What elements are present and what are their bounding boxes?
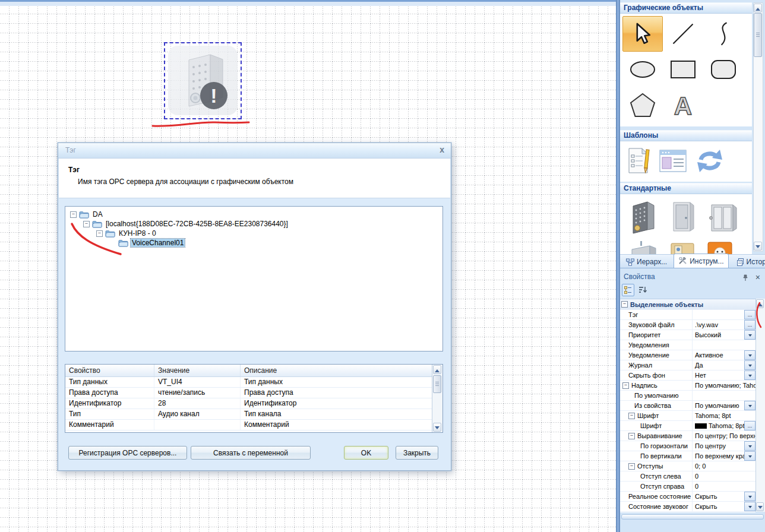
table-row[interactable]: КомментарийКомментарий (65, 420, 442, 430)
dropdown-button[interactable] (744, 502, 755, 511)
property-row[interactable]: Звуковой файл.\vy.wav... (620, 320, 755, 330)
property-value[interactable]: По верхнему кра (693, 451, 744, 461)
property-row[interactable]: −ВыравниваниеПо центру; По верхн (620, 431, 755, 441)
property-value[interactable]: Высокий (693, 330, 744, 340)
table-row[interactable]: Права доступачтение/записьПрава доступа (65, 388, 442, 398)
group-expander-icon[interactable]: − (622, 382, 629, 389)
tree-expander-icon[interactable]: − (70, 211, 77, 218)
tree-node[interactable]: −DA (65, 210, 442, 219)
property-label[interactable]: Отступ справа (620, 482, 693, 491)
tree-expander-icon[interactable]: − (83, 221, 90, 227)
property-row[interactable]: Отступ слева0 (620, 471, 755, 482)
table-scrollbar[interactable] (432, 365, 442, 432)
ellipsis-button[interactable]: ... (744, 310, 755, 319)
property-label[interactable]: Шрифт (620, 421, 693, 430)
property-label[interactable]: По вертикали (620, 451, 693, 461)
property-label[interactable]: −Выравнивание (620, 431, 693, 441)
table-header-cell[interactable]: Значение (154, 365, 241, 376)
scroll-up-button[interactable] (754, 4, 762, 12)
property-row[interactable]: По горизонталиПо центру (620, 441, 755, 451)
property-label[interactable]: −Отступы (620, 461, 693, 471)
dropdown-button[interactable] (744, 330, 755, 340)
group-expander-icon[interactable]: − (628, 463, 635, 470)
pentagon-tool[interactable] (622, 87, 663, 123)
collapsed-panel-strip[interactable] (621, 514, 764, 520)
property-row[interactable]: Реальное состояниеСкрыть (620, 492, 755, 502)
properties-close-icon[interactable]: × (755, 271, 760, 283)
dropdown-button[interactable] (744, 360, 755, 370)
property-value[interactable]: Активное (693, 350, 744, 360)
rectangle-tool[interactable] (663, 52, 703, 87)
property-category-row[interactable]: −Выделенные объекты (620, 299, 755, 310)
tab-tools[interactable]: Инструм... (674, 254, 728, 268)
toolbox-scrollbar[interactable] (753, 2, 763, 252)
dropdown-button[interactable] (744, 350, 755, 360)
table-row[interactable]: Идентификатор28Идентификатор (65, 398, 442, 409)
property-label[interactable]: Тэг (620, 310, 693, 319)
property-value[interactable]: 0 (693, 471, 755, 481)
group-expander-icon[interactable]: − (628, 413, 635, 419)
property-label[interactable]: Отступ слева (620, 471, 693, 481)
property-label[interactable]: Звуковой файл (620, 320, 693, 330)
section-header-graphics[interactable]: Графические объекты (620, 2, 752, 14)
property-row[interactable]: −НадписьПо умолчанию; Taho (620, 381, 755, 391)
category-expander-icon[interactable]: − (621, 301, 628, 308)
tree-expander-icon[interactable]: − (96, 230, 103, 237)
card-item-partial[interactable] (668, 241, 697, 254)
tree-node[interactable]: −КУН-IP8 - 0 (65, 229, 442, 238)
alphabetical-sort-button[interactable] (636, 284, 649, 296)
property-value[interactable]: По умолчанию; Taho (693, 381, 755, 390)
ellipse-tool[interactable] (622, 52, 663, 87)
property-label[interactable]: Уведомление (620, 350, 693, 360)
ellipsis-button[interactable]: ... (744, 320, 755, 330)
property-row[interactable]: По вертикалиПо верхнему кра (620, 451, 755, 461)
ok-button[interactable]: OK (344, 446, 388, 460)
property-grid-scrollbar[interactable] (755, 299, 765, 512)
property-label[interactable]: По умолчанию (620, 391, 693, 400)
form-template-item[interactable] (659, 150, 687, 174)
register-opc-servers-button[interactable]: Регистрация OPC серверов... (68, 446, 187, 460)
tree-node[interactable]: VoiceChannel01 (65, 238, 442, 248)
orange-device-item-partial[interactable] (706, 241, 735, 254)
property-row[interactable]: Из свойстваПо умолчанию (620, 401, 755, 411)
property-value[interactable]: 0 (693, 482, 755, 491)
close-button[interactable]: Закрыть (396, 446, 438, 460)
property-value[interactable] (693, 391, 755, 400)
property-value[interactable]: По центру; По верхн (693, 431, 755, 441)
property-row[interactable]: ШрифтTahoma; 8pt... (620, 421, 755, 431)
sidebar-splitter[interactable] (616, 0, 620, 532)
property-label[interactable]: Из свойства (620, 401, 693, 410)
property-value[interactable]: Tahoma; 8pt (693, 411, 755, 420)
property-row[interactable]: ПриоритетВысокий (620, 330, 755, 340)
device-item-partial-1[interactable] (626, 241, 659, 254)
property-row[interactable]: ЖурналДа (620, 360, 755, 370)
property-row[interactable]: Скрыть фонНет (620, 370, 755, 381)
property-label[interactable]: Приоритет (620, 330, 693, 340)
line-tool[interactable] (663, 16, 703, 52)
table-row[interactable]: Тип данныхVT_UI4Тип данных (65, 377, 442, 388)
ellipsis-button[interactable]: ... (744, 421, 755, 430)
dialog-close-button[interactable]: x (440, 145, 444, 154)
scroll-down-button[interactable] (756, 502, 764, 511)
table-header-cell[interactable]: Описание (241, 365, 432, 376)
scroll-down-button[interactable] (754, 242, 762, 251)
door-item[interactable] (668, 199, 698, 236)
property-row[interactable]: Отступ справа0 (620, 482, 755, 492)
dialog-titlebar[interactable]: Тэг x (58, 143, 451, 159)
bind-variable-button[interactable]: Связать с переменной (191, 446, 311, 460)
property-value[interactable] (693, 340, 755, 350)
table-row[interactable]: ТипАудио каналТип канала (65, 409, 442, 420)
scroll-thumb[interactable] (754, 13, 762, 57)
dropdown-button[interactable] (744, 370, 755, 380)
scroll-thumb[interactable] (433, 375, 441, 393)
text-tool[interactable]: A (663, 87, 703, 123)
property-value[interactable]: По умолчанию (693, 401, 744, 410)
tree-node[interactable]: −[localhost{188D08EC-72CB-425B-8EA8-EE23… (65, 219, 442, 229)
property-label[interactable]: Уведомления (620, 340, 693, 350)
tab-history[interactable]: История (732, 256, 765, 268)
property-value[interactable]: Да (693, 360, 744, 370)
property-label[interactable]: Реальное состояние (620, 492, 693, 501)
dropdown-button[interactable] (744, 451, 755, 461)
selected-object[interactable]: ! (164, 42, 242, 119)
curve-tool[interactable] (703, 16, 744, 52)
